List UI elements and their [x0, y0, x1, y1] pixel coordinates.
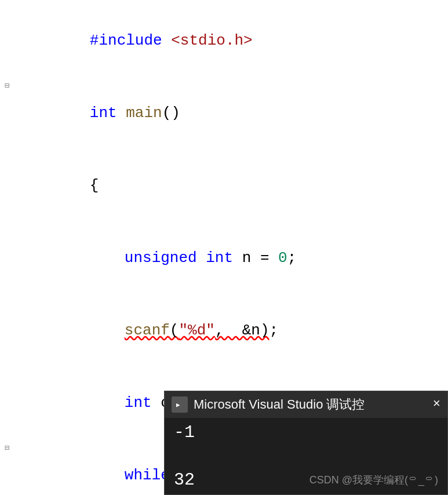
debug-console: ▶ Microsoft Visual Studio 调试控 × -1 32 CS…: [164, 391, 448, 495]
token-scanf-paren-open: (: [170, 322, 179, 339]
collapse-main[interactable]: ⊟: [3, 81, 10, 90]
line-content-4: unsigned int n = 0;: [10, 222, 448, 294]
token-int-2: int: [206, 249, 233, 267]
line-content-1: #include <stdio.h>: [10, 5, 448, 77]
collapse-while[interactable]: ⊟: [3, 443, 10, 453]
gutter-6: [0, 367, 10, 439]
svg-text:▶: ▶: [176, 401, 180, 409]
token-sp2: n =: [233, 249, 278, 267]
debug-value-2: 32: [174, 470, 195, 490]
token-int-3: int: [125, 394, 152, 412]
token-main-fn: main: [126, 104, 162, 122]
debug-output-line-2: 32 CSDN @我要学编程(꒪_꒪): [174, 470, 438, 490]
token-while: while: [125, 467, 170, 484]
debug-title-text: Microsoft Visual Studio 调试控: [194, 396, 427, 413]
token-parens: (): [162, 104, 180, 122]
gutter-3: [0, 150, 10, 222]
gutter-7[interactable]: ⊟: [0, 439, 10, 495]
code-line-5: scanf("%d", &n);: [0, 294, 448, 367]
token-int-kw: int: [90, 104, 117, 122]
token-brace-open-main: {: [90, 177, 99, 194]
token-semi-1: ;: [287, 249, 297, 267]
token-scanf-args: , &n): [215, 322, 269, 339]
debug-title-bar: ▶ Microsoft Visual Studio 调试控 ×: [165, 391, 447, 418]
token-sp1: [197, 249, 206, 267]
token-scanf-fmt: "%d": [179, 322, 214, 339]
token-include-path: <stdio.h>: [171, 32, 252, 49]
code-line-2: ⊟ int main(): [0, 77, 448, 150]
gutter-4: [0, 222, 10, 294]
line-content-3: {: [10, 150, 448, 222]
token-scanf: scanf: [125, 322, 170, 339]
editor-container: #include <stdio.h> ⊟ int main() { unsign…: [0, 0, 448, 495]
token-space: [117, 104, 126, 122]
token-semi-2: ;: [269, 322, 279, 339]
code-line-4: unsigned int n = 0;: [0, 222, 448, 294]
token-unsigned: unsigned: [125, 249, 197, 267]
debug-value-1: -1: [174, 423, 195, 442]
code-line-1: #include <stdio.h>: [0, 5, 448, 77]
debug-content: -1 32 CSDN @我要学编程(꒪_꒪): [165, 418, 447, 494]
debug-close-button[interactable]: ×: [433, 398, 440, 411]
line-content-2: int main(): [10, 77, 448, 150]
debug-output-line-1: -1: [174, 423, 438, 442]
token-zero-1: 0: [278, 249, 287, 267]
gutter-2[interactable]: ⊟: [0, 77, 10, 150]
debug-console-icon: ▶: [172, 396, 188, 413]
token-include-kw: #include: [90, 32, 171, 49]
debug-watermark: CSDN @我要学编程(꒪_꒪): [309, 473, 438, 487]
terminal-icon: ▶: [174, 399, 185, 410]
code-line-3: {: [0, 150, 448, 222]
gutter-1: [0, 5, 10, 77]
gutter-5: [0, 294, 10, 367]
line-content-5: scanf("%d", &n);: [10, 294, 448, 367]
